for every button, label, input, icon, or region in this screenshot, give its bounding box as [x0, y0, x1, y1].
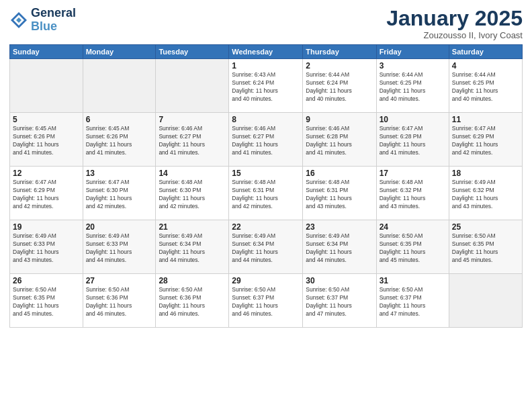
calendar-header: Sunday Monday Tuesday Wednesday Thursday… — [10, 45, 523, 59]
table-row: 24Sunrise: 6:50 AMSunset: 6:35 PMDayligh… — [376, 220, 449, 274]
day-number: 6 — [86, 115, 153, 124]
day-number: 24 — [380, 222, 446, 232]
header-friday: Friday — [376, 45, 449, 59]
day-number: 20 — [86, 222, 153, 232]
day-info: Sunrise: 6:44 AMSunset: 6:25 PMDaylight:… — [380, 71, 446, 103]
day-number: 25 — [452, 222, 519, 232]
table-row — [156, 59, 229, 113]
table-row: 10Sunrise: 6:47 AMSunset: 6:28 PMDayligh… — [376, 113, 449, 167]
day-number: 8 — [232, 115, 300, 124]
day-info: Sunrise: 6:45 AMSunset: 6:26 PMDaylight:… — [86, 125, 153, 157]
day-info: Sunrise: 6:48 AMSunset: 6:32 PMDaylight:… — [380, 179, 446, 211]
table-row: 26Sunrise: 6:50 AMSunset: 6:35 PMDayligh… — [10, 274, 83, 328]
table-row: 25Sunrise: 6:50 AMSunset: 6:35 PMDayligh… — [449, 220, 522, 274]
table-row: 20Sunrise: 6:49 AMSunset: 6:33 PMDayligh… — [83, 220, 156, 274]
table-row: 13Sunrise: 6:47 AMSunset: 6:30 PMDayligh… — [83, 167, 156, 220]
day-info: Sunrise: 6:45 AMSunset: 6:26 PMDaylight:… — [13, 125, 80, 157]
table-row: 6Sunrise: 6:45 AMSunset: 6:26 PMDaylight… — [83, 113, 156, 167]
header-tuesday: Tuesday — [156, 45, 229, 59]
page: General Blue January 2025 Zouzousso II, … — [0, 0, 532, 411]
day-number: 13 — [86, 169, 153, 178]
table-row: 31Sunrise: 6:50 AMSunset: 6:37 PMDayligh… — [376, 274, 449, 328]
day-info: Sunrise: 6:47 AMSunset: 6:30 PMDaylight:… — [86, 179, 153, 211]
subtitle: Zouzousso II, Ivory Coast — [386, 30, 523, 40]
title-block: January 2025 Zouzousso II, Ivory Coast — [386, 7, 523, 40]
day-info: Sunrise: 6:49 AMSunset: 6:34 PMDaylight:… — [159, 232, 226, 265]
day-info: Sunrise: 6:50 AMSunset: 6:36 PMDaylight:… — [86, 286, 153, 318]
header-wednesday: Wednesday — [229, 45, 303, 59]
table-row: 9Sunrise: 6:46 AMSunset: 6:28 PMDaylight… — [303, 113, 376, 167]
day-number: 30 — [306, 276, 373, 285]
table-row: 17Sunrise: 6:48 AMSunset: 6:32 PMDayligh… — [376, 167, 449, 220]
day-info: Sunrise: 6:48 AMSunset: 6:31 PMDaylight:… — [306, 179, 373, 211]
header-row: Sunday Monday Tuesday Wednesday Thursday… — [10, 45, 523, 59]
header-thursday: Thursday — [303, 45, 376, 59]
calendar-week-5: 26Sunrise: 6:50 AMSunset: 6:35 PMDayligh… — [10, 274, 523, 328]
day-number: 12 — [13, 169, 80, 178]
table-row: 2Sunrise: 6:44 AMSunset: 6:24 PMDaylight… — [303, 59, 376, 113]
day-info: Sunrise: 6:50 AMSunset: 6:35 PMDaylight:… — [13, 286, 80, 318]
day-info: Sunrise: 6:50 AMSunset: 6:36 PMDaylight:… — [159, 286, 226, 318]
day-number: 1 — [232, 61, 300, 71]
day-info: Sunrise: 6:47 AMSunset: 6:29 PMDaylight:… — [452, 125, 519, 157]
day-number: 3 — [380, 61, 446, 71]
day-info: Sunrise: 6:48 AMSunset: 6:30 PMDaylight:… — [159, 179, 226, 211]
calendar-week-2: 5Sunrise: 6:45 AMSunset: 6:26 PMDaylight… — [10, 113, 523, 167]
day-number: 26 — [13, 276, 80, 285]
day-number: 10 — [380, 115, 446, 124]
day-number: 17 — [380, 169, 446, 178]
day-number: 18 — [452, 169, 519, 178]
calendar: Sunday Monday Tuesday Wednesday Thursday… — [9, 44, 523, 328]
day-number: 16 — [306, 169, 373, 178]
table-row: 15Sunrise: 6:48 AMSunset: 6:31 PMDayligh… — [229, 167, 303, 220]
calendar-week-4: 19Sunrise: 6:49 AMSunset: 6:33 PMDayligh… — [10, 220, 523, 274]
table-row: 5Sunrise: 6:45 AMSunset: 6:26 PMDaylight… — [10, 113, 83, 167]
day-number: 27 — [86, 276, 153, 285]
table-row: 19Sunrise: 6:49 AMSunset: 6:33 PMDayligh… — [10, 220, 83, 274]
day-info: Sunrise: 6:49 AMSunset: 6:33 PMDaylight:… — [13, 232, 80, 265]
day-number: 2 — [306, 61, 373, 71]
day-info: Sunrise: 6:43 AMSunset: 6:24 PMDaylight:… — [232, 71, 300, 103]
logo: General Blue — [9, 7, 76, 34]
day-info: Sunrise: 6:50 AMSunset: 6:35 PMDaylight:… — [452, 232, 519, 265]
calendar-week-3: 12Sunrise: 6:47 AMSunset: 6:29 PMDayligh… — [10, 167, 523, 220]
day-number: 15 — [232, 169, 300, 178]
calendar-body: 1Sunrise: 6:43 AMSunset: 6:24 PMDaylight… — [10, 59, 523, 328]
day-info: Sunrise: 6:50 AMSunset: 6:37 PMDaylight:… — [306, 286, 373, 318]
table-row: 1Sunrise: 6:43 AMSunset: 6:24 PMDaylight… — [229, 59, 303, 113]
table-row: 28Sunrise: 6:50 AMSunset: 6:36 PMDayligh… — [156, 274, 229, 328]
table-row: 14Sunrise: 6:48 AMSunset: 6:30 PMDayligh… — [156, 167, 229, 220]
day-info: Sunrise: 6:47 AMSunset: 6:28 PMDaylight:… — [380, 125, 446, 157]
day-number: 4 — [452, 61, 519, 71]
calendar-week-1: 1Sunrise: 6:43 AMSunset: 6:24 PMDaylight… — [10, 59, 523, 113]
table-row: 3Sunrise: 6:44 AMSunset: 6:25 PMDaylight… — [376, 59, 449, 113]
day-info: Sunrise: 6:44 AMSunset: 6:25 PMDaylight:… — [452, 71, 519, 103]
day-number: 5 — [13, 115, 80, 124]
day-info: Sunrise: 6:49 AMSunset: 6:32 PMDaylight:… — [452, 179, 519, 211]
day-number: 22 — [232, 222, 300, 232]
table-row — [83, 59, 156, 113]
day-number: 7 — [159, 115, 226, 124]
table-row: 7Sunrise: 6:46 AMSunset: 6:27 PMDaylight… — [156, 113, 229, 167]
day-number: 14 — [159, 169, 226, 178]
table-row: 30Sunrise: 6:50 AMSunset: 6:37 PMDayligh… — [303, 274, 376, 328]
table-row: 4Sunrise: 6:44 AMSunset: 6:25 PMDaylight… — [449, 59, 522, 113]
table-row — [449, 274, 522, 328]
day-info: Sunrise: 6:49 AMSunset: 6:33 PMDaylight:… — [86, 232, 153, 265]
table-row: 16Sunrise: 6:48 AMSunset: 6:31 PMDayligh… — [303, 167, 376, 220]
table-row: 12Sunrise: 6:47 AMSunset: 6:29 PMDayligh… — [10, 167, 83, 220]
day-info: Sunrise: 6:49 AMSunset: 6:34 PMDaylight:… — [232, 232, 300, 265]
logo-icon — [9, 11, 28, 30]
day-info: Sunrise: 6:46 AMSunset: 6:28 PMDaylight:… — [306, 125, 373, 157]
month-title: January 2025 — [386, 7, 523, 30]
header-saturday: Saturday — [449, 45, 522, 59]
day-info: Sunrise: 6:46 AMSunset: 6:27 PMDaylight:… — [232, 125, 300, 157]
table-row — [10, 59, 83, 113]
day-number: 29 — [232, 276, 300, 285]
header: General Blue January 2025 Zouzousso II, … — [9, 7, 523, 40]
day-number: 11 — [452, 115, 519, 124]
day-number: 19 — [13, 222, 80, 232]
day-number: 21 — [159, 222, 226, 232]
day-info: Sunrise: 6:44 AMSunset: 6:24 PMDaylight:… — [306, 71, 373, 103]
header-sunday: Sunday — [10, 45, 83, 59]
